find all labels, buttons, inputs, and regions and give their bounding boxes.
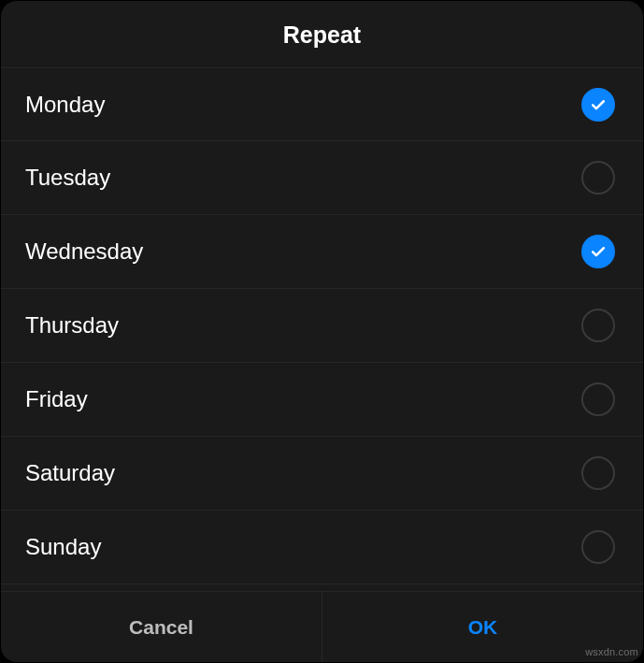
checkbox-monday[interactable] — [581, 88, 615, 122]
checkbox-saturday[interactable] — [581, 456, 615, 490]
day-row-friday[interactable]: Friday — [1, 363, 643, 437]
checkbox-thursday[interactable] — [581, 309, 615, 342]
day-label: Sunday — [25, 534, 101, 560]
cancel-button[interactable]: Cancel — [1, 592, 322, 662]
day-label: Tuesday — [25, 165, 110, 191]
day-label: Thursday — [25, 312, 119, 339]
day-row-tuesday[interactable]: Tuesday — [1, 141, 643, 215]
checkbox-sunday[interactable] — [581, 530, 615, 564]
day-list: Monday Tuesday Wednesday — [1, 67, 643, 591]
day-row-thursday[interactable]: Thursday — [1, 289, 643, 363]
check-icon — [589, 95, 608, 114]
day-row-monday[interactable]: Monday — [1, 67, 643, 141]
checkbox-friday[interactable] — [581, 382, 615, 416]
checkbox-tuesday[interactable] — [581, 161, 615, 195]
dialog-title: Repeat — [1, 22, 643, 49]
day-label: Friday — [25, 386, 88, 412]
checkbox-wednesday[interactable] — [581, 235, 615, 268]
day-label: Wednesday — [25, 238, 143, 265]
day-row-wednesday[interactable]: Wednesday — [1, 215, 643, 289]
watermark: wsxdn.com — [585, 646, 638, 657]
dialog-footer: Cancel OK — [1, 591, 643, 662]
check-icon — [589, 242, 608, 261]
repeat-dialog: Repeat Monday Tuesday Wednesday — [0, 0, 644, 663]
dialog-header: Repeat — [1, 1, 643, 67]
day-label: Monday — [25, 92, 105, 118]
day-row-saturday[interactable]: Saturday — [1, 437, 643, 511]
day-label: Saturday — [25, 460, 115, 486]
day-row-sunday[interactable]: Sunday — [1, 511, 643, 584]
